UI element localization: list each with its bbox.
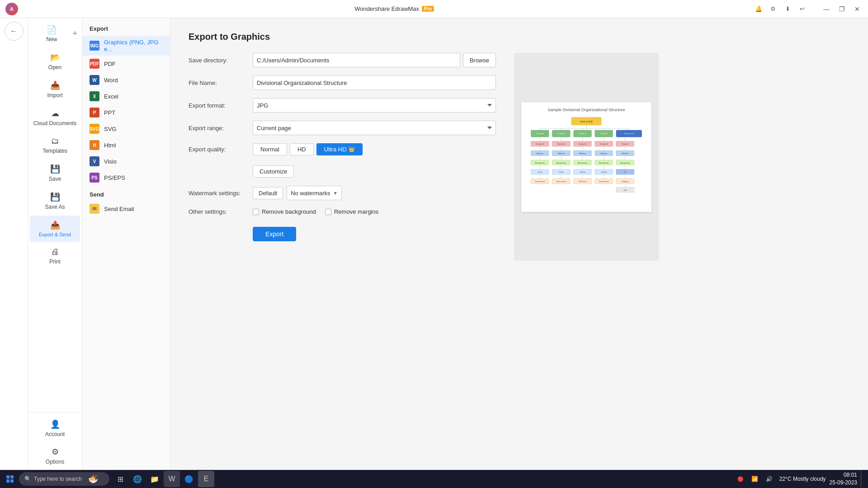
format-item-word[interactable]: W Word	[82, 72, 170, 88]
save-directory-input[interactable]	[253, 53, 460, 67]
menu-bottom: 👤 Account ⚙ Options	[28, 412, 82, 470]
sidebar-item-saveas[interactable]: 💾 Save As	[30, 188, 80, 215]
svg-text:Legal: Legal	[623, 189, 627, 191]
sidebar-item-new[interactable]: 📄 New +	[30, 20, 80, 47]
taskbar-clock: 08:01 25-09-2023	[830, 471, 857, 487]
remove-margins-checkbox[interactable]: Remove margins	[325, 208, 378, 215]
export-range-select[interactable]: Current page All pages Selected objects	[253, 121, 496, 135]
svg-text:Customer Service: Customer Service	[556, 181, 566, 183]
settings-icon[interactable]: ⚙	[767, 3, 779, 15]
quality-normal-button[interactable]: Normal	[253, 143, 287, 155]
restore-button[interactable]: ❐	[835, 2, 849, 16]
tray-network-icon[interactable]: 📶	[749, 473, 761, 485]
tray-notification-icon[interactable]: 🔴	[734, 473, 747, 485]
quality-uhd-button[interactable]: Ultra HD 👑	[316, 143, 363, 155]
format-item-pdf[interactable]: PDF PDF	[82, 56, 170, 72]
format-label-excel: Excel	[104, 93, 118, 100]
export-range-row: Export range: Current page All pages Sel…	[189, 121, 496, 135]
sidebar-item-save[interactable]: 💾 Save	[30, 160, 80, 187]
format-item-svg[interactable]: SVG SVG	[82, 121, 170, 137]
email-icon: ✉	[90, 204, 99, 214]
open-icon: 📂	[50, 52, 60, 62]
taskbar-chrome-icon[interactable]: 🔵	[181, 471, 197, 487]
start-button[interactable]	[2, 471, 18, 487]
remove-background-checkbox[interactable]: Remove background	[253, 208, 316, 215]
browse-button[interactable]: Browse	[463, 53, 496, 67]
word-icon: W	[90, 75, 99, 85]
svg-text:Research &: Research &	[536, 143, 544, 145]
download-icon[interactable]: ⬇	[781, 3, 794, 15]
format-item-visio[interactable]: V Visio	[82, 153, 170, 169]
taskbar-edge-icon[interactable]: 🌐	[129, 471, 146, 487]
svg-text:Strategizing: Strategizing	[622, 181, 628, 183]
notification-icon[interactable]: 🔔	[752, 3, 765, 15]
show-desktop-button[interactable]	[861, 471, 863, 487]
main-content: Export to Graphics Save directory: Brows…	[170, 18, 868, 470]
preview-title: Sample Divisional Organizational Structu…	[527, 108, 646, 112]
title-bar: A Wondershare EdrawMax Pro 🔔 ⚙ ⬇ ↩ — ❐ ✕	[0, 0, 868, 18]
pseps-icon: PS	[90, 173, 99, 183]
svg-text:Marketing: Marketing	[579, 152, 586, 154]
form-area: Save directory: Browse File Name: Export…	[189, 53, 850, 261]
taskbar-files-icon[interactable]: 📁	[146, 471, 163, 487]
format-label-pseps: PS/EPS	[104, 174, 125, 181]
sidebar-item-import[interactable]: 📥 Import	[30, 76, 80, 103]
format-item-pseps[interactable]: PS PS/EPS	[82, 169, 170, 186]
taskbar: 🔍 Type here to search 🍜 ⊞ 🌐 📁 W 🔵 E 🔴 📶 …	[0, 470, 868, 488]
quality-hd-button[interactable]: HD	[290, 143, 314, 155]
back-button[interactable]: ←	[5, 22, 24, 41]
export-btn-row: Export	[189, 223, 496, 241]
send-email-item[interactable]: ✉ Send Email	[82, 201, 170, 217]
watermark-none-select[interactable]: No watermarks ▼	[287, 186, 341, 200]
cloud-icon: ☁	[51, 108, 59, 118]
options-icon: ⚙	[52, 447, 59, 457]
export-quality-label: Export quality:	[189, 146, 247, 153]
app-title: Wondershare EdrawMax	[354, 5, 419, 12]
preview-panel: Sample Divisional Organizational Structu…	[514, 53, 659, 261]
tray-volume-icon[interactable]: 🔊	[763, 473, 776, 485]
close-button[interactable]: ✕	[850, 2, 864, 16]
svg-text:Drawing: Drawing	[601, 171, 607, 173]
sidebar-item-label-open: Open	[48, 64, 61, 70]
sidebar-item-export[interactable]: 📤 Export & Send	[30, 216, 80, 242]
format-item-ppt[interactable]: P PPT	[82, 104, 170, 121]
sidebar-item-print[interactable]: 🖨 Print	[30, 243, 80, 269]
taskbar-right: 🔴 📶 🔊 22°C Mostly cloudy 08:01 25-09-202…	[734, 471, 866, 487]
minimize-button[interactable]: —	[819, 2, 834, 16]
export-format-select[interactable]: JPG PNG BMP GIF	[253, 98, 496, 113]
format-item-html[interactable]: H Html	[82, 137, 170, 153]
export-button[interactable]: Export	[253, 227, 296, 241]
sidebar-item-cloud[interactable]: ☁ Cloud Documents	[30, 104, 80, 131]
format-item-png[interactable]: IMG Graphics (PNG, JPG e...	[82, 36, 170, 56]
svg-text:Field Services: Field Services	[579, 181, 587, 183]
sidebar-item-account[interactable]: 👤 Account	[30, 415, 80, 442]
taskbar-word-icon[interactable]: W	[164, 471, 180, 487]
svg-text:Manufacturing: Manufacturing	[620, 162, 630, 164]
sidebar-item-options[interactable]: ⚙ Options	[30, 442, 80, 469]
save-directory-row: Save directory: Browse	[189, 53, 496, 67]
pro-badge: Pro	[422, 6, 434, 12]
sidebar-item-label-new: New	[46, 36, 57, 42]
format-label-png: Graphics (PNG, JPG e...	[104, 39, 163, 52]
sidebar-icons: ←	[0, 18, 28, 470]
watermark-none-label: No watermarks	[291, 190, 330, 197]
file-name-input[interactable]	[253, 75, 496, 90]
sidebar-item-label-export: Export & Send	[39, 232, 71, 237]
new-plus-icon: +	[72, 29, 77, 38]
watermark-row: Watermark settings: Default No watermark…	[189, 186, 496, 200]
remove-margins-checkbox-box	[325, 209, 331, 215]
taskbar-taskview-icon[interactable]: ⊞	[112, 471, 128, 487]
sidebar-item-label-templates: Templates	[42, 148, 67, 154]
sidebar-item-open[interactable]: 📂 Open	[30, 48, 80, 75]
remove-background-label: Remove background	[262, 208, 316, 215]
taskbar-search[interactable]: 🔍 Type here to search 🍜	[19, 472, 109, 486]
sidebar-item-templates[interactable]: 🗂 Templates	[30, 132, 80, 159]
watermark-default-button[interactable]: Default	[253, 187, 283, 199]
share-icon[interactable]: ↩	[796, 3, 808, 15]
taskbar-edraw-icon[interactable]: E	[198, 471, 214, 487]
format-item-excel[interactable]: X Excel	[82, 88, 170, 104]
svg-text:Chief of Staff: Chief of Staff	[580, 121, 593, 123]
sidebar-item-label-saveas: Save As	[45, 204, 65, 210]
pdf-icon: PDF	[90, 59, 99, 69]
customize-button[interactable]: Customize	[253, 165, 294, 178]
